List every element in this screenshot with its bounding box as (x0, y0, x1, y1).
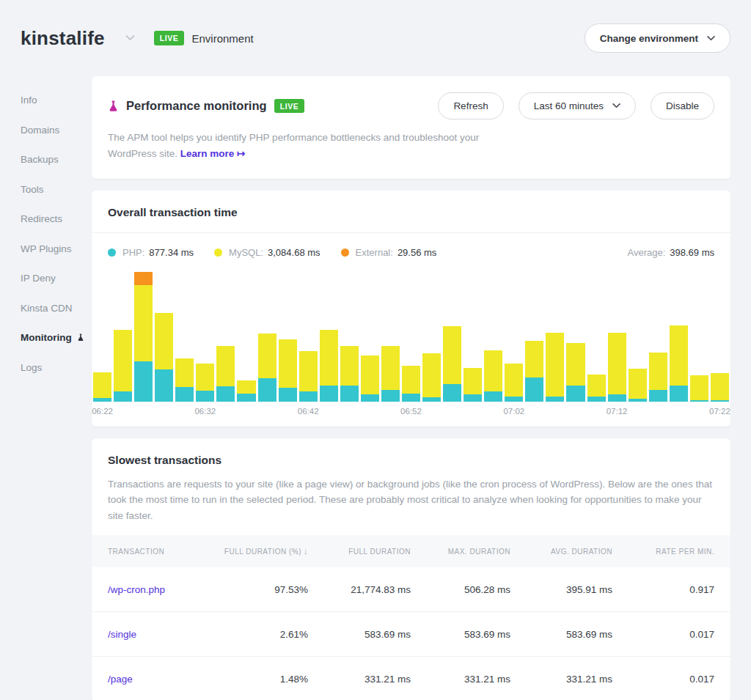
chart-bar[interactable] (402, 366, 420, 402)
chart-bar[interactable] (505, 364, 523, 402)
refresh-button[interactable]: Refresh (438, 92, 503, 119)
full-duration-value: 21,774.83 ms (308, 584, 411, 595)
chart-bar[interactable] (422, 353, 441, 402)
axis-tick-label: 06:52 (400, 407, 422, 416)
chart-bar[interactable] (711, 373, 729, 402)
axis-tick (114, 407, 132, 418)
chart-bar[interactable] (93, 372, 111, 402)
axis-tick: 06:42 (299, 407, 318, 418)
php-segment (320, 386, 338, 402)
table-header-row: TRANSACTION FULL DURATION (%)↓ FULL DURA… (92, 535, 730, 567)
axis-tick (134, 407, 153, 418)
disable-button[interactable]: Disable (651, 92, 714, 119)
mysql-segment (525, 341, 543, 377)
chart-bar[interactable] (464, 368, 482, 402)
chart-bar[interactable] (566, 343, 585, 402)
chart-bar[interactable] (216, 346, 235, 402)
axis-tick (175, 407, 194, 418)
column-header-transaction[interactable]: TRANSACTION (108, 548, 198, 556)
chart-bar[interactable] (649, 353, 667, 402)
sidebar-item-domains[interactable]: Domains (21, 125, 92, 136)
apm-description: The APM tool helps you identify PHP perf… (108, 130, 522, 163)
change-environment-button[interactable]: Change environment (585, 23, 730, 53)
performance-monitoring-flask-icon (108, 100, 119, 112)
transaction-link[interactable]: /wp-cron.php (108, 584, 198, 595)
axis-tick-label: 06:32 (194, 407, 216, 416)
chart-bar[interactable] (196, 364, 214, 402)
column-header-max-duration[interactable]: MAX. DURATION (411, 548, 510, 556)
average-value: Average: 398.69 ms (628, 247, 715, 258)
sidebar-item-wp-plugins[interactable]: WP Plugins (21, 244, 92, 254)
chart-bar[interactable] (546, 333, 564, 402)
full-duration-pct-value: 1.48% (198, 674, 308, 685)
full-duration-pct-value: 2.61% (198, 629, 308, 640)
chart-bar[interactable] (443, 326, 461, 402)
axis-tick (279, 407, 297, 418)
chart-bar[interactable] (134, 272, 153, 402)
sidebar-item-info[interactable]: Info (21, 95, 92, 106)
avg-duration-value: 583.69 ms (510, 629, 612, 640)
chart-bar[interactable] (361, 355, 379, 402)
chart-bar[interactable] (155, 313, 173, 402)
sidebar-item-logs[interactable]: Logs (21, 363, 92, 373)
sidebar-item-label: WP Plugins (21, 244, 72, 254)
chart-bar[interactable] (114, 330, 132, 402)
chart-bar[interactable] (320, 330, 338, 402)
rate-per-min-value: 0.017 (612, 674, 714, 685)
rate-per-min-value: 0.017 (612, 629, 714, 640)
column-header-avg-duration[interactable]: AVG. DURATION (510, 548, 612, 556)
max-duration-value: 506.28 ms (411, 584, 510, 595)
column-header-full-duration-pct[interactable]: FULL DURATION (%)↓ (198, 547, 308, 556)
chart-bar[interactable] (299, 351, 318, 402)
chart-bar[interactable] (670, 325, 688, 402)
chart-area: 06:2206:3206:4206:5207:0207:1207:22 (92, 262, 730, 427)
php-segment (299, 391, 318, 402)
column-header-full-duration[interactable]: FULL DURATION (308, 548, 411, 556)
performance-monitoring-title: Performance monitoring (126, 99, 267, 113)
chart-bar[interactable] (175, 358, 194, 402)
sidebar-item-ip-deny[interactable]: IP Deny (21, 273, 92, 284)
chart-bar[interactable] (525, 341, 543, 402)
flask-icon (77, 334, 84, 342)
sidebar-item-redirects[interactable]: Redirects (21, 214, 92, 224)
axis-tick: 06:22 (93, 407, 111, 418)
mysql-segment (649, 353, 667, 390)
legend-label: PHP: (122, 247, 144, 258)
sidebar-item-backups[interactable]: Backups (21, 155, 92, 165)
sidebar-item-kinsta-cdn[interactable]: Kinsta CDN (21, 303, 92, 314)
column-header-rate-per-min[interactable]: RATE PER MIN. (612, 548, 714, 556)
transaction-link[interactable]: /page (108, 674, 198, 685)
axis-tick (361, 407, 379, 418)
mysql-segment (320, 330, 338, 386)
chart-bar[interactable] (690, 375, 708, 402)
time-range-dropdown[interactable]: Last 60 minutes (519, 92, 636, 119)
learn-more-link[interactable]: Learn more (180, 148, 235, 159)
chart-bar[interactable] (629, 369, 647, 402)
axis-tick (237, 407, 255, 418)
php-segment (196, 391, 214, 402)
table-row: /single 2.61% 583.69 ms 583.69 ms 583.69… (92, 612, 730, 657)
sidebar-item-tools[interactable]: Tools (21, 185, 92, 195)
sidebar-nav: Info Domains Backups Tools Redirects WP … (21, 76, 92, 392)
php-segment (216, 386, 235, 402)
avg-duration-value: 331.21 ms (510, 674, 612, 685)
transaction-link[interactable]: /single (108, 629, 198, 640)
chart-bar[interactable] (340, 346, 359, 402)
chart-bar[interactable] (484, 350, 502, 402)
average-amount: 398.69 ms (670, 247, 714, 258)
chart-bar[interactable] (381, 346, 400, 402)
chart-bar[interactable] (237, 380, 255, 402)
external-legend-dot-icon (341, 248, 349, 257)
site-selector-chevron-down-icon[interactable] (125, 35, 135, 41)
performance-monitoring-card: Performance monitoring LIVE Refresh Last… (92, 76, 730, 179)
mysql-segment (196, 364, 214, 391)
slowest-transactions-description: Transactions are requests to your site (… (92, 467, 730, 524)
chart-bar[interactable] (608, 333, 626, 402)
chart-bar[interactable] (587, 375, 606, 402)
axis-tick (216, 407, 235, 418)
chart-bar[interactable] (258, 334, 276, 402)
chevron-down-icon (612, 103, 620, 108)
sidebar-item-monitoring[interactable]: Monitoring (21, 333, 92, 343)
chart-bar[interactable] (279, 339, 297, 402)
axis-tick-label: 06:42 (298, 407, 319, 416)
